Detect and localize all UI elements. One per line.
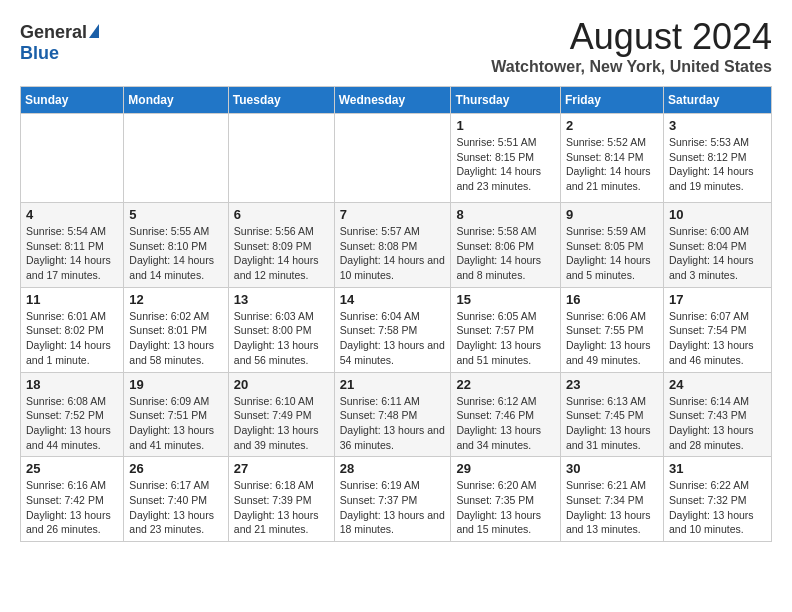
- day-number: 11: [26, 292, 118, 307]
- day-cell: 8Sunrise: 5:58 AM Sunset: 8:06 PM Daylig…: [451, 203, 561, 288]
- day-number: 6: [234, 207, 329, 222]
- day-number: 16: [566, 292, 658, 307]
- day-number: 26: [129, 461, 222, 476]
- day-cell: 20Sunrise: 6:10 AM Sunset: 7:49 PM Dayli…: [228, 372, 334, 457]
- day-cell: 11Sunrise: 6:01 AM Sunset: 8:02 PM Dayli…: [21, 287, 124, 372]
- day-cell: 18Sunrise: 6:08 AM Sunset: 7:52 PM Dayli…: [21, 372, 124, 457]
- day-info: Sunrise: 6:16 AM Sunset: 7:42 PM Dayligh…: [26, 478, 118, 537]
- day-info: Sunrise: 6:20 AM Sunset: 7:35 PM Dayligh…: [456, 478, 555, 537]
- header-cell-sunday: Sunday: [21, 87, 124, 114]
- day-number: 19: [129, 377, 222, 392]
- logo-arrow-icon: [89, 24, 99, 38]
- day-info: Sunrise: 6:09 AM Sunset: 7:51 PM Dayligh…: [129, 394, 222, 453]
- day-info: Sunrise: 5:59 AM Sunset: 8:05 PM Dayligh…: [566, 224, 658, 283]
- day-cell: 14Sunrise: 6:04 AM Sunset: 7:58 PM Dayli…: [334, 287, 451, 372]
- day-info: Sunrise: 5:51 AM Sunset: 8:15 PM Dayligh…: [456, 135, 555, 194]
- day-cell: 1Sunrise: 5:51 AM Sunset: 8:15 PM Daylig…: [451, 114, 561, 203]
- header-cell-wednesday: Wednesday: [334, 87, 451, 114]
- day-number: 22: [456, 377, 555, 392]
- day-info: Sunrise: 6:04 AM Sunset: 7:58 PM Dayligh…: [340, 309, 446, 368]
- day-info: Sunrise: 5:55 AM Sunset: 8:10 PM Dayligh…: [129, 224, 222, 283]
- day-number: 12: [129, 292, 222, 307]
- subtitle: Watchtower, New York, United States: [491, 58, 772, 76]
- day-info: Sunrise: 5:56 AM Sunset: 8:09 PM Dayligh…: [234, 224, 329, 283]
- day-number: 3: [669, 118, 766, 133]
- week-row: 18Sunrise: 6:08 AM Sunset: 7:52 PM Dayli…: [21, 372, 772, 457]
- header-row: SundayMondayTuesdayWednesdayThursdayFrid…: [21, 87, 772, 114]
- day-cell: 26Sunrise: 6:17 AM Sunset: 7:40 PM Dayli…: [124, 457, 228, 542]
- day-cell: 24Sunrise: 6:14 AM Sunset: 7:43 PM Dayli…: [663, 372, 771, 457]
- day-number: 25: [26, 461, 118, 476]
- day-info: Sunrise: 5:52 AM Sunset: 8:14 PM Dayligh…: [566, 135, 658, 194]
- day-number: 8: [456, 207, 555, 222]
- day-cell: 15Sunrise: 6:05 AM Sunset: 7:57 PM Dayli…: [451, 287, 561, 372]
- logo: General Blue: [20, 22, 99, 64]
- day-number: 4: [26, 207, 118, 222]
- day-info: Sunrise: 6:08 AM Sunset: 7:52 PM Dayligh…: [26, 394, 118, 453]
- day-cell: 2Sunrise: 5:52 AM Sunset: 8:14 PM Daylig…: [560, 114, 663, 203]
- day-cell: 9Sunrise: 5:59 AM Sunset: 8:05 PM Daylig…: [560, 203, 663, 288]
- day-number: 7: [340, 207, 446, 222]
- day-number: 14: [340, 292, 446, 307]
- day-cell: 28Sunrise: 6:19 AM Sunset: 7:37 PM Dayli…: [334, 457, 451, 542]
- day-number: 23: [566, 377, 658, 392]
- day-info: Sunrise: 6:12 AM Sunset: 7:46 PM Dayligh…: [456, 394, 555, 453]
- header-cell-thursday: Thursday: [451, 87, 561, 114]
- day-cell: [124, 114, 228, 203]
- day-info: Sunrise: 6:11 AM Sunset: 7:48 PM Dayligh…: [340, 394, 446, 453]
- logo-blue: Blue: [20, 43, 59, 64]
- title-section: August 2024 Watchtower, New York, United…: [491, 16, 772, 76]
- day-number: 30: [566, 461, 658, 476]
- day-cell: 25Sunrise: 6:16 AM Sunset: 7:42 PM Dayli…: [21, 457, 124, 542]
- header: General Blue August 2024 Watchtower, New…: [20, 16, 772, 76]
- day-number: 17: [669, 292, 766, 307]
- day-cell: [228, 114, 334, 203]
- day-info: Sunrise: 5:53 AM Sunset: 8:12 PM Dayligh…: [669, 135, 766, 194]
- day-number: 15: [456, 292, 555, 307]
- day-cell: 31Sunrise: 6:22 AM Sunset: 7:32 PM Dayli…: [663, 457, 771, 542]
- day-number: 28: [340, 461, 446, 476]
- day-info: Sunrise: 6:22 AM Sunset: 7:32 PM Dayligh…: [669, 478, 766, 537]
- day-cell: 19Sunrise: 6:09 AM Sunset: 7:51 PM Dayli…: [124, 372, 228, 457]
- day-cell: 13Sunrise: 6:03 AM Sunset: 8:00 PM Dayli…: [228, 287, 334, 372]
- day-info: Sunrise: 6:14 AM Sunset: 7:43 PM Dayligh…: [669, 394, 766, 453]
- week-row: 1Sunrise: 5:51 AM Sunset: 8:15 PM Daylig…: [21, 114, 772, 203]
- day-number: 1: [456, 118, 555, 133]
- day-cell: 5Sunrise: 5:55 AM Sunset: 8:10 PM Daylig…: [124, 203, 228, 288]
- day-number: 10: [669, 207, 766, 222]
- main-title: August 2024: [491, 16, 772, 58]
- day-cell: 30Sunrise: 6:21 AM Sunset: 7:34 PM Dayli…: [560, 457, 663, 542]
- day-number: 2: [566, 118, 658, 133]
- day-info: Sunrise: 6:00 AM Sunset: 8:04 PM Dayligh…: [669, 224, 766, 283]
- day-number: 9: [566, 207, 658, 222]
- day-cell: 17Sunrise: 6:07 AM Sunset: 7:54 PM Dayli…: [663, 287, 771, 372]
- day-cell: 10Sunrise: 6:00 AM Sunset: 8:04 PM Dayli…: [663, 203, 771, 288]
- day-info: Sunrise: 5:57 AM Sunset: 8:08 PM Dayligh…: [340, 224, 446, 283]
- day-number: 13: [234, 292, 329, 307]
- day-cell: 3Sunrise: 5:53 AM Sunset: 8:12 PM Daylig…: [663, 114, 771, 203]
- day-cell: 21Sunrise: 6:11 AM Sunset: 7:48 PM Dayli…: [334, 372, 451, 457]
- day-cell: 16Sunrise: 6:06 AM Sunset: 7:55 PM Dayli…: [560, 287, 663, 372]
- day-info: Sunrise: 6:05 AM Sunset: 7:57 PM Dayligh…: [456, 309, 555, 368]
- week-row: 4Sunrise: 5:54 AM Sunset: 8:11 PM Daylig…: [21, 203, 772, 288]
- day-info: Sunrise: 5:58 AM Sunset: 8:06 PM Dayligh…: [456, 224, 555, 283]
- day-cell: 22Sunrise: 6:12 AM Sunset: 7:46 PM Dayli…: [451, 372, 561, 457]
- day-cell: [334, 114, 451, 203]
- day-cell: 27Sunrise: 6:18 AM Sunset: 7:39 PM Dayli…: [228, 457, 334, 542]
- header-cell-friday: Friday: [560, 87, 663, 114]
- calendar-body: 1Sunrise: 5:51 AM Sunset: 8:15 PM Daylig…: [21, 114, 772, 542]
- calendar-header: SundayMondayTuesdayWednesdayThursdayFrid…: [21, 87, 772, 114]
- day-info: Sunrise: 6:17 AM Sunset: 7:40 PM Dayligh…: [129, 478, 222, 537]
- day-cell: 4Sunrise: 5:54 AM Sunset: 8:11 PM Daylig…: [21, 203, 124, 288]
- day-number: 24: [669, 377, 766, 392]
- header-cell-saturday: Saturday: [663, 87, 771, 114]
- day-cell: 6Sunrise: 5:56 AM Sunset: 8:09 PM Daylig…: [228, 203, 334, 288]
- logo-general: General: [20, 22, 87, 43]
- week-row: 25Sunrise: 6:16 AM Sunset: 7:42 PM Dayli…: [21, 457, 772, 542]
- day-number: 20: [234, 377, 329, 392]
- day-info: Sunrise: 6:03 AM Sunset: 8:00 PM Dayligh…: [234, 309, 329, 368]
- day-info: Sunrise: 5:54 AM Sunset: 8:11 PM Dayligh…: [26, 224, 118, 283]
- day-info: Sunrise: 6:01 AM Sunset: 8:02 PM Dayligh…: [26, 309, 118, 368]
- header-cell-tuesday: Tuesday: [228, 87, 334, 114]
- day-cell: 7Sunrise: 5:57 AM Sunset: 8:08 PM Daylig…: [334, 203, 451, 288]
